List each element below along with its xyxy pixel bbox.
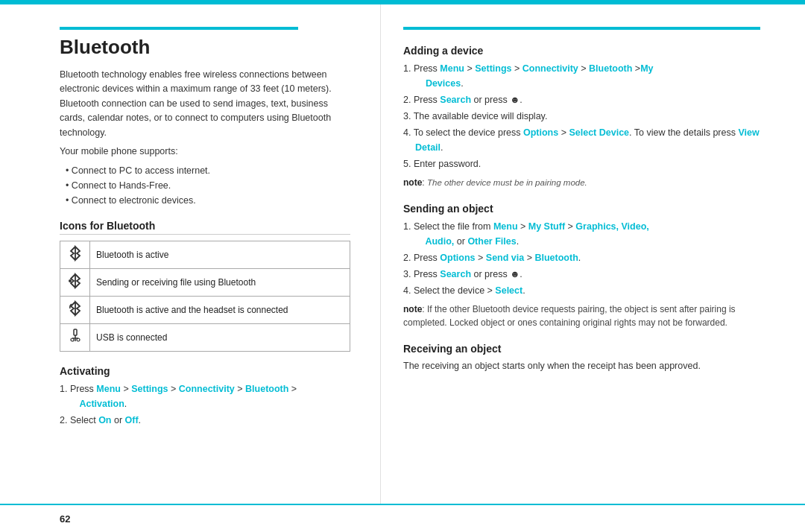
step-text: . xyxy=(124,399,127,409)
step-3: 3. Press Search or press ☻. xyxy=(403,267,760,282)
step-text: 4. Select the device > xyxy=(403,285,495,296)
sending-object-title: Sending an object xyxy=(403,203,760,215)
otherfiles-link: Other Files xyxy=(467,236,516,247)
step-num: 1. Press xyxy=(60,384,96,394)
title-accent xyxy=(60,27,298,30)
page-container: Bluetooth Bluetooth technology enables f… xyxy=(0,0,805,532)
step-text: or xyxy=(454,236,467,247)
select-link: Select xyxy=(495,285,523,296)
sending-note: note: If the other Bluetooth device requ… xyxy=(403,303,760,329)
table-row: Sending or receiving file using Bluetoot… xyxy=(60,269,350,297)
step-5: 5. Enter password. xyxy=(403,156,760,171)
bullet-item: Connect to PC to access internet. xyxy=(66,163,350,178)
options-link: Options xyxy=(440,253,475,263)
sendvia-link: Send via xyxy=(486,253,524,263)
sep: > xyxy=(524,253,534,263)
table-row: Bluetooth is active xyxy=(60,241,350,269)
content-area: Bluetooth Bluetooth technology enables f… xyxy=(0,4,805,504)
step-text: . xyxy=(523,285,525,296)
step-text: or press ☻. xyxy=(471,269,523,279)
step-text: or xyxy=(111,415,124,425)
note-colon: : xyxy=(422,177,427,188)
icon-desc: Bluetooth is active and the headset is c… xyxy=(90,297,350,324)
right-column: Adding a device 1. Press Menu > Settings… xyxy=(380,4,805,504)
step-num: 2. Select xyxy=(60,415,98,425)
icon-desc: Sending or receiving file using Bluetoot… xyxy=(90,269,350,297)
intro-text: Bluetooth technology enables free wirele… xyxy=(60,68,350,140)
supports-label: Your mobile phone supports: xyxy=(60,145,350,159)
step-1: 1. Press Menu > Settings > Connectivity … xyxy=(403,61,760,91)
step-2: 2. Press Options > Send via > Bluetooth. xyxy=(403,250,760,265)
menu-link: Menu xyxy=(440,63,464,74)
note-content: If the other Bluetooth device requests p… xyxy=(403,304,736,328)
sep: > xyxy=(464,63,475,74)
options-link: Options xyxy=(523,127,558,138)
step-text: . xyxy=(461,78,463,89)
step-text: . xyxy=(517,236,519,247)
step-4: 4. Select the device > Select. xyxy=(403,283,760,298)
step-text: . xyxy=(139,415,141,425)
icon-cell xyxy=(60,241,90,269)
sep: > xyxy=(558,127,569,138)
connectivity-link: Connectivity xyxy=(179,384,235,394)
step-text: or press ☻. xyxy=(471,95,523,105)
page-title: Bluetooth xyxy=(60,36,350,59)
menu-link: Menu xyxy=(493,221,518,232)
note-colon: : xyxy=(422,304,427,314)
step-2: 2. Press Search or press ☻. xyxy=(403,92,760,107)
mystuff-link: My Stuff xyxy=(528,221,565,232)
icon-cell xyxy=(60,297,90,324)
search-link: Search xyxy=(440,95,471,105)
menu-link: Menu xyxy=(96,384,121,394)
activating-section: Activating 1. Press Menu > Settings > Co… xyxy=(60,365,350,428)
usb-icon xyxy=(67,328,83,344)
sep: > xyxy=(565,221,575,232)
step-4: 4. To select the device press Options > … xyxy=(403,125,760,155)
bluetooth-link: Bluetooth xyxy=(589,63,632,74)
receiving-object-section: Receiving an object The receiving an obj… xyxy=(403,343,760,373)
step-num: 1. Press xyxy=(403,63,440,74)
svg-rect-1 xyxy=(74,329,77,335)
step-text: 5. Enter password. xyxy=(403,159,481,169)
step-text: 1. Select the file from xyxy=(403,221,493,232)
icons-table: Bluetooth is active Sending or receiving… xyxy=(60,241,350,352)
step-2: 2. Select On or Off. xyxy=(60,413,350,428)
adding-device-section: Adding a device 1. Press Menu > Settings… xyxy=(403,45,760,189)
table-row: USB is connected xyxy=(60,324,350,352)
bullet-item: Connect to electronic devices. xyxy=(66,193,350,208)
svg-point-0 xyxy=(69,279,72,282)
settings-link: Settings xyxy=(131,384,168,394)
step-text: > xyxy=(288,384,297,394)
step-text: > xyxy=(121,384,131,394)
bluetooth-active-icon xyxy=(67,245,83,262)
note-label: note xyxy=(403,177,422,188)
bluetooth-headset-icon xyxy=(67,300,83,317)
icon-desc: Bluetooth is active xyxy=(90,241,350,269)
activating-steps: 1. Press Menu > Settings > Connectivity … xyxy=(60,381,350,428)
adding-device-title: Adding a device xyxy=(403,45,760,57)
step-text: . xyxy=(578,253,581,263)
sep: > xyxy=(632,63,640,74)
activation-link: Activation xyxy=(79,399,124,409)
sending-object-steps: 1. Select the file from Menu > My Stuff … xyxy=(403,219,760,298)
on-link: On xyxy=(98,415,111,425)
sending-object-section: Sending an object 1. Select the file fro… xyxy=(403,203,760,329)
adding-note: note: The other device must be in pairin… xyxy=(403,176,760,189)
page-number: 62 xyxy=(60,513,70,525)
bullet-item: Connect to Hands-Free. xyxy=(66,178,350,193)
step-text: 3. The available device will display. xyxy=(403,111,547,121)
bottom-bar: 62 xyxy=(0,504,805,532)
step-num: 2. Press xyxy=(403,95,440,105)
left-column: Bluetooth Bluetooth technology enables f… xyxy=(0,4,380,504)
bluetooth-link: Bluetooth xyxy=(245,384,288,394)
right-top-bar xyxy=(403,27,760,30)
bluetooth-link: Bluetooth xyxy=(534,253,578,263)
step-3: 3. The available device will display. xyxy=(403,109,760,124)
sep: > xyxy=(518,221,528,232)
off-link: Off xyxy=(125,415,139,425)
connectivity-link: Connectivity xyxy=(523,63,578,74)
sep: > xyxy=(512,63,523,74)
step-text: > xyxy=(168,384,179,394)
selectdevice-link: Select Device xyxy=(569,127,629,138)
receiving-object-title: Receiving an object xyxy=(403,343,760,355)
